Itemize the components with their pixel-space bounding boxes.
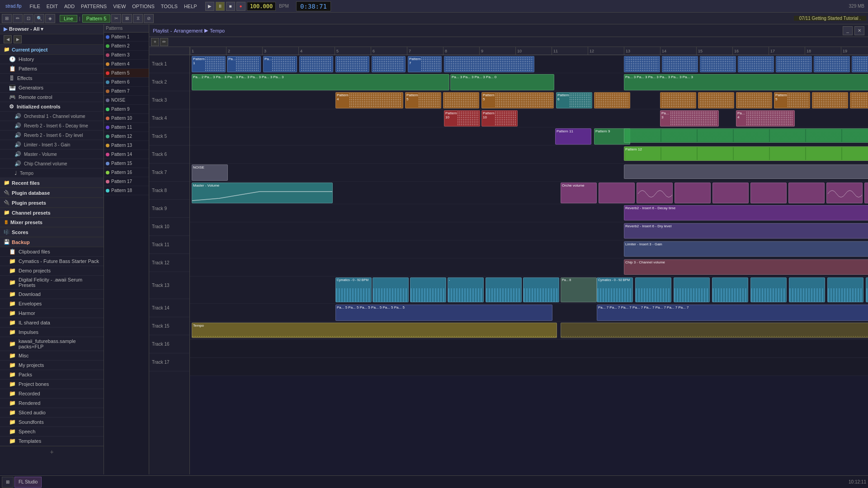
sidebar-item-history[interactable]: 🕐 History: [0, 55, 104, 64]
track13-cymatics-r7[interactable]: [827, 277, 863, 302]
pattern-item-11[interactable]: Pattern 11: [104, 123, 149, 132]
track5-block-1[interactable]: Pattern 11: [555, 128, 591, 145]
track-label-2[interactable]: Track 2: [149, 73, 189, 91]
track1-block-r5[interactable]: [776, 56, 812, 72]
track-row-8[interactable]: Master - Volume Orche volume: [190, 182, 868, 204]
track1-block-r2[interactable]: [662, 56, 698, 72]
pattern-item-2[interactable]: Pattern 2: [104, 42, 149, 51]
track12-chip3[interactable]: Chip 3 - Channel volume: [624, 259, 868, 275]
track3-block-2[interactable]: Pattern 5: [405, 92, 441, 108]
pattern-item-3[interactable]: Pattern 3: [104, 51, 149, 60]
menu-view[interactable]: VIEW: [110, 3, 128, 10]
track8-orche-r6[interactable]: [750, 183, 787, 203]
menu-patterns[interactable]: PATTERNS: [78, 3, 109, 10]
track1-block-r6[interactable]: [814, 56, 850, 72]
track-label-16[interactable]: Track 16: [149, 335, 189, 353]
track8-orche-r7[interactable]: [788, 183, 825, 203]
track13-cymatics-r1[interactable]: Cymatics - 0 - 92 BPM: [597, 277, 633, 302]
track3-block-3[interactable]: [443, 92, 479, 108]
magnet-button[interactable]: ◈: [45, 14, 55, 23]
menu-file[interactable]: FILE: [27, 3, 43, 10]
track8-orche-r4[interactable]: [675, 183, 711, 203]
sidebar-item-il-shared[interactable]: 📁 IL shared data: [0, 318, 104, 328]
track3-block-r7[interactable]: [850, 92, 868, 108]
track-label-6[interactable]: Track 6: [149, 145, 189, 164]
track11-limiter[interactable]: Limiter - Insert 3 - Gain: [624, 241, 868, 257]
track-label-11[interactable]: Track 11: [149, 236, 189, 254]
pattern-item-4[interactable]: Pattern 4: [104, 60, 149, 69]
sidebar-item-kawaii[interactable]: 📁 kawaii_futurebass.sample packs+FLP: [0, 337, 104, 351]
pattern-select[interactable]: Pattern 5: [82, 14, 111, 23]
track10-reverb2-dry[interactable]: Reverb2 - Insert 6 - Dry level: [624, 223, 868, 239]
pencil-mode-btn[interactable]: ✏: [160, 38, 168, 46]
sidebar-item-impulses[interactable]: 📁 Impulses: [0, 328, 104, 337]
sidebar-item-rendered[interactable]: 📁 Rendered: [0, 399, 104, 408]
pattern-item-13[interactable]: Pattern 13: [104, 141, 149, 150]
taskbar-start[interactable]: ⊞: [2, 477, 14, 488]
track-row-16[interactable]: [190, 340, 868, 358]
track3-block-r1[interactable]: [594, 92, 630, 108]
sidebar-item-reverb2-dry[interactable]: 🔊 Reverb 2 - Insert 6 - Dry level: [0, 131, 104, 140]
pattern-item-15[interactable]: Pattern 15: [104, 159, 149, 168]
track-row-6[interactable]: Pattern 12: [190, 145, 868, 164]
track8-orche-r2[interactable]: [599, 183, 635, 203]
stop-button[interactable]: ■: [226, 2, 235, 11]
track3-block-4[interactable]: Pattern 5: [481, 92, 554, 108]
sidebar-item-recorded[interactable]: 📁 Recorded: [0, 389, 104, 399]
pattern-item-18[interactable]: Pattern 18: [104, 186, 149, 195]
sidebar-item-digital-felicity[interactable]: 📁 Digital Felicity - .awaii Serum Preset…: [0, 276, 104, 290]
track-label-17[interactable]: Track 17: [149, 353, 189, 371]
track3-block-r4[interactable]: [736, 92, 772, 108]
track3-block-r5[interactable]: Pattern 5: [774, 92, 810, 108]
track3-block-5[interactable]: Pattern 6: [556, 92, 592, 108]
glue-button[interactable]: ⊠: [122, 14, 132, 23]
track-row-1[interactable]: Pattern 1 Pa... Pa... Pattern 7: [190, 55, 868, 73]
track15-tempo[interactable]: Tempo: [192, 323, 557, 338]
pattern-item-17[interactable]: Pattern 17: [104, 177, 149, 186]
track-label-1[interactable]: Track 1: [149, 55, 189, 73]
track-row-14[interactable]: Pa... 5 Pa... 5 Pa... 5 Pa... 5 Pa... 5 …: [190, 304, 868, 322]
track3-block-r6[interactable]: [812, 92, 848, 108]
track15-tempo-r[interactable]: [561, 323, 868, 338]
pattern-item-7[interactable]: Pattern 7: [104, 87, 149, 96]
timeline-scroll[interactable]: 1 2 3 4 5 6 7 8 9 10 11 12 13 14 15 16 1: [190, 47, 868, 474]
sidebar-item-patterns[interactable]: 📋 Patterns: [0, 64, 104, 74]
track8-orche-r9[interactable]: [864, 183, 868, 203]
pattern-item-14[interactable]: Pattern 14: [104, 150, 149, 159]
add-track-btn[interactable]: +: [151, 38, 159, 46]
sidebar-item-templates[interactable]: 📁 Templates: [0, 436, 104, 446]
sidebar-item-demo-projects[interactable]: 📁 Demo projects: [0, 266, 104, 276]
pattern-item-noise[interactable]: NOISE: [104, 96, 149, 105]
track5-block-r1[interactable]: [624, 128, 868, 143]
menu-add[interactable]: ADD: [61, 3, 77, 10]
pencil-button[interactable]: ✏: [13, 14, 23, 23]
pattern-item-10[interactable]: Pattern 10: [104, 114, 149, 123]
track14-block-r1[interactable]: Pa... 7 Pa... 7 Pa... 7 Pa... 7 Pa... 7 …: [597, 305, 868, 321]
track-label-12[interactable]: Track 12: [149, 254, 189, 272]
track7-block-1[interactable]: NOISE: [192, 164, 228, 181]
record-button[interactable]: ●: [236, 2, 245, 11]
track1-block-2[interactable]: Pa...: [227, 56, 261, 72]
cut-button[interactable]: ✂: [111, 14, 121, 23]
mute-button[interactable]: ⊘: [144, 14, 154, 23]
track-row-3[interactable]: Pattern 4 Pattern 5 Pattern 5 Pattern 6 …: [190, 91, 868, 109]
track-label-3[interactable]: Track 3: [149, 91, 189, 109]
line-mode-select[interactable]: Line: [60, 15, 77, 22]
track4-block-r2[interactable]: Pa... 4: [736, 110, 795, 127]
sidebar-item-master-vol[interactable]: 🔊 Master - Volume: [0, 150, 104, 159]
track8-orche-r8[interactable]: [826, 183, 863, 203]
track6-block-r1[interactable]: Pattern 12: [624, 146, 868, 161]
select-button[interactable]: ⊡: [24, 14, 33, 23]
track1-block-5[interactable]: [335, 56, 369, 72]
track1-block-7[interactable]: Pattern 7: [408, 56, 442, 72]
sidebar-browser-header[interactable]: ▶ Browser - All ▾: [0, 24, 104, 34]
sidebar-item-remote-control[interactable]: 🎮 Remote control: [0, 93, 104, 102]
track-row-13[interactable]: Cymatics - 0 - 92 BPM -: [190, 277, 868, 304]
sidebar-plugin-database[interactable]: 🔌 Plugin database: [0, 188, 104, 198]
pattern-item-9[interactable]: Pattern 9: [104, 105, 149, 114]
track13-cymatics-7[interactable]: Pa... 8: [561, 277, 597, 302]
snap-button[interactable]: ⊞: [2, 14, 12, 23]
sidebar-item-chip3[interactable]: 🔊 Chip Channel volume: [0, 159, 104, 169]
sidebar-item-misc[interactable]: 📁 Misc: [0, 351, 104, 361]
sidebar-forward-btn[interactable]: ▶: [14, 35, 22, 43]
